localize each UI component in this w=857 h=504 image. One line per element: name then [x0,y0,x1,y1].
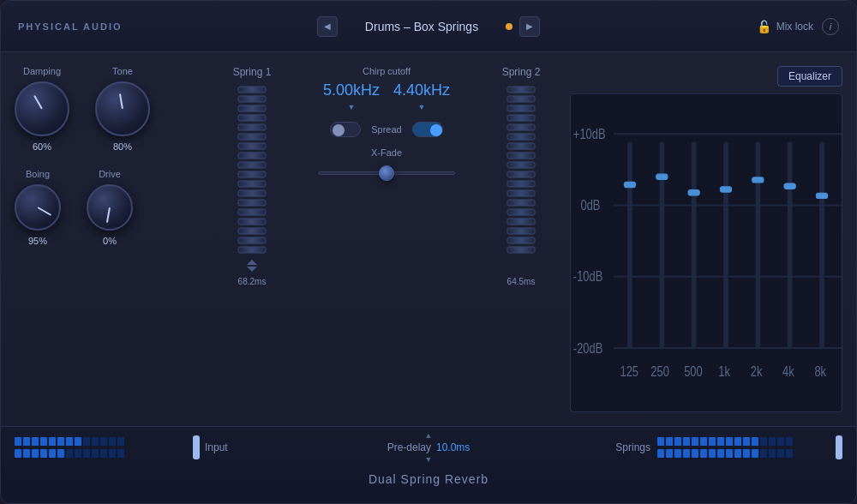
damping-label: Damping [23,66,61,76]
springs-section: Springs [615,434,842,461]
svg-rect-120 [752,449,758,458]
toggle-thumb-left [333,124,345,136]
preset-name: Drums – Box Springs [345,20,499,33]
svg-rect-83 [40,449,47,458]
chirp-value-2[interactable]: 4.40kHz ▼ [393,81,450,111]
input-meters-left [15,434,205,461]
svg-rect-67 [15,437,21,446]
xfade-slider[interactable] [318,165,455,182]
svg-rect-28 [507,162,535,168]
svg-rect-24 [507,124,535,130]
svg-text:-20dB: -20dB [573,340,603,356]
svg-rect-114 [700,449,707,458]
svg-rect-101 [726,437,733,446]
damping-knob[interactable] [15,81,69,136]
drive-value: 0% [103,236,117,246]
mix-lock[interactable]: 🔓 Mix lock [757,20,813,33]
svg-rect-53 [720,186,732,192]
svg-rect-74 [75,437,81,446]
svg-rect-51 [687,189,699,195]
xfade-thumb[interactable] [379,165,394,181]
svg-rect-27 [507,153,535,159]
chirp-value-1[interactable]: 5.00kHz ▼ [323,81,380,111]
svg-rect-50 [692,142,697,349]
svg-rect-102 [734,437,741,446]
top-knob-row: Damping 60% Tone 80% [15,66,203,152]
svg-rect-57 [783,183,795,189]
svg-rect-21 [507,96,535,102]
svg-rect-79 [117,437,124,446]
svg-rect-26 [507,143,535,149]
svg-rect-92 [117,449,124,458]
svg-rect-69 [32,437,39,446]
input-level-thumb[interactable] [193,435,200,459]
eq-header: Equalizer [570,66,842,87]
svg-rect-8 [238,162,266,168]
info-button[interactable]: i [822,18,839,35]
svg-rect-46 [627,142,632,349]
svg-rect-78 [109,437,116,446]
svg-rect-4 [238,124,266,130]
svg-rect-73 [66,437,73,446]
svg-rect-32 [507,200,535,206]
bottom-section: Input ▲ Pre-delay 10.0ms ▼ Springs [1,426,856,503]
drive-group: Drive 0% [87,169,133,246]
svg-rect-91 [109,449,116,458]
svg-rect-37 [507,247,535,253]
lock-icon: 🔓 [757,20,771,33]
svg-rect-72 [57,437,64,446]
svg-rect-95 [674,437,681,446]
svg-rect-11 [238,190,266,196]
svg-rect-86 [66,449,73,458]
boing-knob[interactable] [15,184,61,231]
spring1-time: 68.2ms [238,277,267,286]
svg-rect-34 [507,219,535,225]
tone-value: 80% [113,141,132,152]
svg-rect-76 [92,437,99,446]
svg-rect-105 [760,437,767,446]
chirp-label: Chirp cutoff [363,66,411,76]
tone-knob[interactable] [95,81,150,136]
spread-toggle-right[interactable] [412,122,443,137]
svg-text:+10dB: +10dB [573,126,606,141]
equalizer-button[interactable]: Equalizer [777,66,842,87]
spread-toggle-left[interactable] [330,122,361,137]
eq-chart: +10dB 0dB -10dB -20dB [571,94,842,411]
svg-rect-80 [15,449,21,458]
springs-level-thumb[interactable] [836,435,842,459]
chirp-values: 5.00kHz ▼ 4.40kHz ▼ [323,81,450,111]
svg-text:500: 500 [684,364,703,380]
svg-rect-49 [656,174,668,180]
svg-rect-123 [777,449,784,458]
chirp-arrow-2: ▼ [418,103,426,111]
svg-rect-84 [49,449,56,458]
svg-rect-112 [683,449,690,458]
svg-rect-90 [100,449,107,458]
svg-rect-15 [238,228,266,234]
svg-rect-31 [507,190,535,196]
svg-rect-7 [238,153,266,159]
xfade-label: X-Fade [371,147,402,158]
svg-marker-18 [247,260,257,265]
input-meter-bars [15,434,186,461]
boing-group: Boing 95% [15,169,61,246]
next-preset-button[interactable]: ▶ [519,16,540,37]
svg-rect-106 [769,437,776,446]
svg-rect-35 [507,228,535,234]
svg-rect-10 [238,181,266,187]
svg-rect-52 [723,142,728,349]
svg-rect-12 [238,200,266,206]
boing-value: 95% [28,236,47,246]
svg-rect-75 [83,437,90,446]
drive-knob[interactable] [87,184,133,231]
plugin-title: Dual Spring Reverb [369,467,488,491]
svg-rect-124 [786,449,793,458]
svg-rect-99 [709,437,716,446]
prev-preset-button[interactable]: ◀ [317,16,338,37]
pre-delay-value[interactable]: 10.0ms [436,441,470,453]
svg-rect-36 [507,237,535,243]
svg-rect-96 [683,437,690,446]
svg-rect-0 [238,87,266,93]
svg-rect-104 [752,437,758,446]
svg-text:1k: 1k [718,364,730,380]
